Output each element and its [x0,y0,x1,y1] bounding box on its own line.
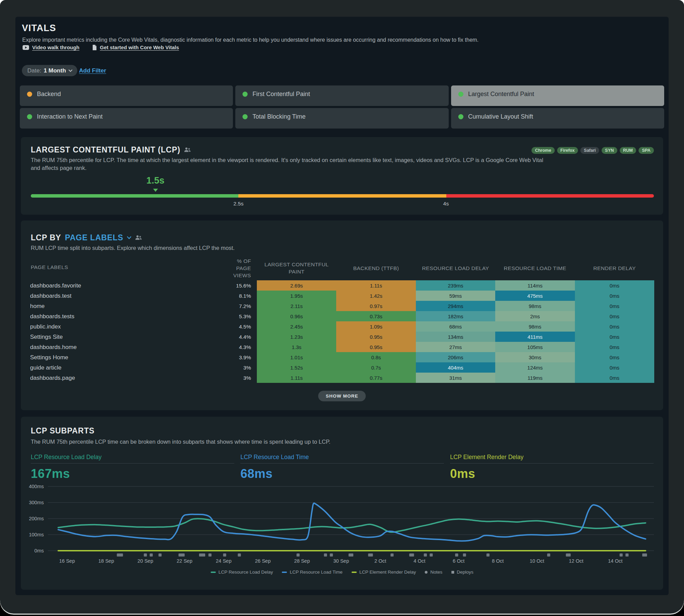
heatmap-cell: 0.95s [336,332,416,342]
subparts-chart: 400ms300ms200ms100ms0ms16 Sep18 Sep20 Se… [21,482,663,567]
row-pct: 3.9% [189,354,251,361]
heatmap-cell: 114ms [495,280,575,291]
metric-tab-first-contentful-paint[interactable]: First Contentful Paint [235,85,448,106]
heatmap-row[interactable]: 1.3s0.95s27ms105ms0ms [257,342,654,352]
col-header-page-labels: PAGE LABELS [31,264,68,270]
show-more-button[interactable]: SHOW MORE [318,391,366,401]
badge-rum[interactable]: RUM [620,147,636,154]
date-filter-value: 1 Month [44,67,66,74]
heatmap-cell: 124ms [495,362,575,373]
heatmap-cell: 0ms [575,342,654,352]
vitals-page: VITALS Explore important metrics includi… [15,17,669,595]
heatmap-row[interactable]: 2.11s0.97s294ms98ms0ms [257,301,654,311]
row-pct: 15.6% [189,283,251,289]
svg-text:26 Sep: 26 Sep [255,558,271,564]
row-pct: 4.5% [189,324,251,330]
heatmap-row[interactable]: 1.23s0.95s134ms411ms0ms [257,332,654,342]
legend-item[interactable]: Notes [425,570,442,575]
badge-safari[interactable]: Safari [580,147,599,154]
date-filter[interactable]: Date: 1 Month [22,65,77,76]
metric-tab-interaction-to-next-paint[interactable]: Interaction to Next Paint [20,108,233,129]
col-header-pct-views: % OF PAGE VIEWS [232,257,251,279]
heatmap-row[interactable]: 1.01s0.8s206ms30ms0ms [257,352,654,362]
legend-label: Notes [430,570,442,575]
lcp-value: 1.5s [146,175,165,186]
metric-tab-label: Total Blocking Time [252,113,305,120]
legend-item[interactable]: LCP Resource Load Delay [211,570,273,575]
svg-text:200ms: 200ms [29,516,44,521]
metric-tab-cumulative-layout-shift[interactable]: Cumulative Layout Shift [451,108,664,129]
heatmap-cell: 1.52s [257,362,336,373]
get-started-link[interactable]: Get started with Core Web Vitals [92,44,179,50]
row-label[interactable]: Settings Site [30,334,167,340]
browser-badges: ChromeFirefoxSafariSYNRUMSPA [531,147,654,154]
row-label[interactable]: home [30,303,167,310]
svg-text:24 Sep: 24 Sep [216,558,232,564]
svg-text:4 Oct: 4 Oct [413,558,425,564]
legend-item[interactable]: LCP Resource Load Time [282,570,342,575]
svg-text:2 Oct: 2 Oct [374,558,386,564]
people-icon [184,147,191,152]
status-dot [458,92,463,97]
heatmap-row[interactable]: 2.69s1.11s239ms114ms0ms [257,280,654,291]
status-dot [242,114,248,119]
heatmap-row[interactable]: 1.95s1.42s59ms475ms0ms [257,291,654,301]
heatmap-cell: 475ms [495,291,575,301]
lcp-panel-title: LARGEST CONTENTFUL PAINT (LCP) [31,145,191,155]
svg-text:6 Oct: 6 Oct [453,558,465,564]
heatmap-cell: 0ms [575,352,654,362]
subpart-stat-value: 68ms [240,467,444,481]
chevron-down-icon[interactable] [127,236,131,239]
badge-chrome[interactable]: Chrome [531,147,554,154]
date-filter-label: Date: [27,67,41,74]
badge-syn[interactable]: SYN [602,147,617,154]
row-label[interactable]: dashboards.tests [30,313,167,320]
metric-tab-largest-contentful-paint[interactable]: Largest Contentful Paint [451,85,664,106]
legend-line-swatch [282,572,287,573]
col-header: RENDER DELAY [579,260,649,276]
video-walk-through-link[interactable]: Video walk through [23,44,79,50]
heatmap-cell: 2.45s [257,321,336,332]
legend-item[interactable]: LCP Element Render Delay [352,570,416,575]
row-label[interactable]: public.index [30,323,167,330]
badge-spa[interactable]: SPA [639,147,654,154]
dimension-dropdown[interactable]: PAGE LABELS [65,233,123,242]
lcp-gauge [31,194,654,198]
heatmap-cell: 27ms [416,342,495,352]
heatmap-row[interactable]: 1.11s0.77s31ms119ms0ms [257,373,654,383]
lcp-subparts-panel: LCP SUBPARTS The RUM 75th percentile LCP… [21,417,663,590]
row-label[interactable]: dashboards.favorite [30,282,167,289]
lcp-by-title: LCP BY PAGE LABELS [31,233,142,242]
svg-text:22 Sep: 22 Sep [177,558,193,564]
add-filter-link[interactable]: Add Filter [79,67,106,74]
row-label[interactable]: dashboards.home [30,344,167,351]
svg-text:10 Oct: 10 Oct [530,558,544,564]
subpart-stat-value: 167ms [31,467,234,481]
row-label[interactable]: Settings Home [30,354,167,361]
metric-tab-total-blocking-time[interactable]: Total Blocking Time [235,108,448,129]
status-dot [458,114,463,119]
subpart-stat: LCP Resource Load Time68ms [240,454,444,481]
chart-legend: LCP Resource Load DelayLCP Resource Load… [21,570,663,575]
heatmap-row[interactable]: 2.45s1.09s68ms98ms0ms [257,321,654,332]
heatmap: 2.69s1.11s239ms114ms0ms1.95s1.42s59ms475… [257,280,654,383]
svg-text:16 Sep: 16 Sep [59,558,75,564]
heatmap-cell: 30ms [495,352,575,362]
subpart-stat-label: LCP Resource Load Time [240,454,444,461]
heatmap-row[interactable]: 1.52s0.7s404ms124ms0ms [257,362,654,373]
svg-text:14 Oct: 14 Oct [608,558,623,564]
row-label[interactable]: dashboards.page [30,375,167,381]
heatmap-cell: 134ms [416,332,495,342]
heatmap-cell: 1.09s [336,321,416,332]
row-label[interactable]: guide article [30,364,167,371]
row-pct: 7.2% [189,303,251,309]
heatmap-cell: 404ms [416,362,495,373]
heatmap-cell: 0ms [575,311,654,321]
badge-firefox[interactable]: Firefox [557,147,578,154]
row-label[interactable]: dashboards.test [30,293,167,299]
notes-dot-icon [425,571,428,574]
metric-tab-backend[interactable]: Backend [20,85,233,106]
legend-item[interactable]: Deploys [451,570,474,575]
heatmap-row[interactable]: 0.96s0.73s182ms2ms0ms [257,311,654,321]
svg-text:20 Sep: 20 Sep [137,558,153,564]
